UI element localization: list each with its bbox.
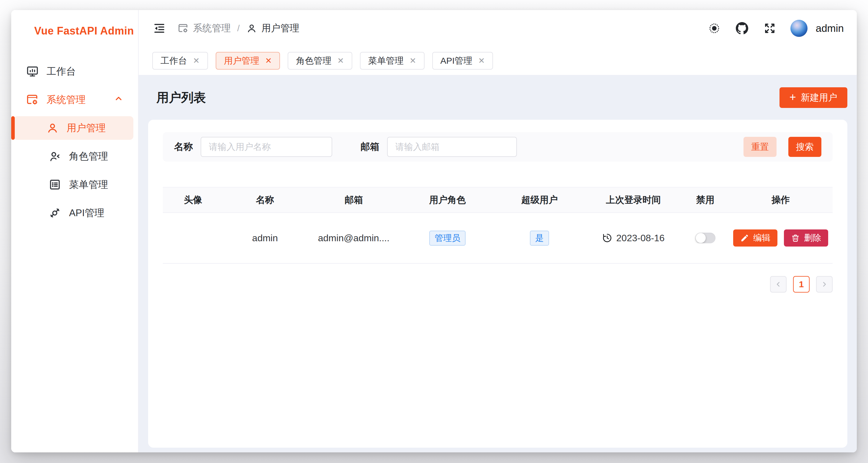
chevron-up-icon[interactable] xyxy=(114,94,123,106)
table-header-email: 邮箱 xyxy=(307,194,401,206)
toggle-knob xyxy=(696,233,706,243)
chevron-left-icon xyxy=(774,280,782,288)
role-icon xyxy=(49,150,61,163)
fullscreen-button[interactable] xyxy=(763,21,777,35)
tab-close-icon[interactable]: ✕ xyxy=(409,57,416,65)
tab-label: 角色管理 xyxy=(296,55,331,67)
breadcrumb-label: 系统管理 xyxy=(193,22,231,35)
sidebar-item-api-management[interactable]: API管理 xyxy=(16,201,133,225)
next-page-button[interactable] xyxy=(816,276,833,293)
system-settings-icon xyxy=(26,93,39,106)
current-page-button[interactable]: 1 xyxy=(793,276,810,293)
prev-page-button[interactable] xyxy=(770,276,786,293)
sidebar-item-label: 工作台 xyxy=(46,65,76,78)
cell-name: admin xyxy=(223,233,307,243)
menu-list-icon xyxy=(49,178,61,191)
table-header-name: 名称 xyxy=(223,194,307,206)
tab-close-icon[interactable]: ✕ xyxy=(337,57,344,65)
email-filter-input[interactable] xyxy=(387,137,517,157)
user-icon xyxy=(46,122,59,134)
email-filter-label: 邮箱 xyxy=(361,140,379,153)
name-filter-input[interactable] xyxy=(200,137,332,157)
logo-row[interactable]: Vue FastAPI Admin xyxy=(11,10,138,49)
sidebar-item-label: 系统管理 xyxy=(46,93,86,106)
expand-icon xyxy=(764,22,776,34)
sidebar-item-user-management[interactable]: 用户管理 xyxy=(13,116,133,140)
delete-button-label: 删除 xyxy=(804,232,821,244)
new-user-button[interactable]: + 新建用户 xyxy=(779,87,847,108)
tab-user-management[interactable]: 用户管理 ✕ xyxy=(216,52,280,70)
page-title: 用户列表 xyxy=(156,89,206,106)
tab-label: 用户管理 xyxy=(224,55,259,67)
new-user-button-label: 新建用户 xyxy=(801,91,837,104)
collapse-sidebar-button[interactable] xyxy=(152,21,166,35)
cell-role: 管理员 xyxy=(401,231,494,246)
table-header-superuser: 超级用户 xyxy=(494,194,585,206)
table-header-row: 头像 名称 邮箱 用户角色 超级用户 上次登录时间 禁用 操作 xyxy=(163,187,833,213)
search-button[interactable]: 搜索 xyxy=(788,137,822,157)
tab-close-icon[interactable]: ✕ xyxy=(265,57,272,65)
title-row: 用户列表 + 新建用户 xyxy=(148,75,847,120)
chevron-right-icon xyxy=(820,280,828,288)
cell-actions: 编辑 删除 xyxy=(729,229,833,246)
pagination: 1 xyxy=(163,276,833,293)
sun-icon xyxy=(708,22,720,34)
cell-disabled xyxy=(682,233,729,243)
avatar[interactable] xyxy=(790,20,808,37)
users-table: 头像 名称 邮箱 用户角色 超级用户 上次登录时间 禁用 操作 admin ad… xyxy=(163,187,833,264)
edit-button[interactable]: 编辑 xyxy=(733,229,777,246)
superuser-tag: 是 xyxy=(530,231,549,246)
cell-email: admin@admin.... xyxy=(307,233,401,243)
workbench-icon xyxy=(26,65,39,78)
plus-icon: + xyxy=(789,91,796,103)
breadcrumb-item-users[interactable]: 用户管理 xyxy=(246,22,299,35)
table-header-role: 用户角色 xyxy=(401,194,494,206)
tab-workbench[interactable]: 工作台 ✕ xyxy=(152,52,208,70)
sidebar-menu: 工作台 系统管理 用户管理 xyxy=(11,57,138,227)
theme-toggle-button[interactable] xyxy=(707,21,721,35)
app-title: Vue FastAPI Admin xyxy=(34,25,134,37)
github-button[interactable] xyxy=(735,21,749,35)
header: 系统管理 / 用户管理 xyxy=(139,10,857,46)
username[interactable]: admin xyxy=(816,23,844,34)
cell-last-login: 2023-08-16 xyxy=(585,233,682,243)
sidebar-item-label: 角色管理 xyxy=(69,150,108,163)
header-actions: admin xyxy=(707,20,844,37)
tab-label: 工作台 xyxy=(160,55,187,67)
tab-menu-management[interactable]: 菜单管理 ✕ xyxy=(360,52,425,70)
cell-superuser: 是 xyxy=(494,231,585,246)
github-icon xyxy=(736,22,748,34)
breadcrumb-item-system[interactable]: 系统管理 xyxy=(178,22,231,35)
tab-api-management[interactable]: API管理 ✕ xyxy=(432,52,493,70)
last-login-value: 2023-08-16 xyxy=(616,233,665,243)
tab-label: API管理 xyxy=(440,55,472,67)
reset-button[interactable]: 重置 xyxy=(743,137,777,157)
disable-toggle[interactable] xyxy=(695,233,715,243)
trash-icon xyxy=(791,234,800,242)
sidebar-item-label: API管理 xyxy=(69,206,104,220)
delete-button[interactable]: 删除 xyxy=(784,229,828,246)
system-settings-icon xyxy=(178,23,189,34)
tab-close-icon[interactable]: ✕ xyxy=(478,57,485,65)
breadcrumb: 系统管理 / 用户管理 xyxy=(178,22,299,35)
table-header-actions: 操作 xyxy=(729,194,833,206)
table-header-last-login: 上次登录时间 xyxy=(585,194,682,206)
edit-button-label: 编辑 xyxy=(753,232,770,244)
email-filter-group: 邮箱 xyxy=(361,137,517,157)
users-card: 名称 邮箱 重置 搜索 头像 名称 邮箱 xyxy=(148,120,847,448)
table-row: admin admin@admin.... 管理员 是 xyxy=(163,213,833,264)
main-area: 系统管理 / 用户管理 xyxy=(139,10,857,452)
collapse-sidebar-icon xyxy=(153,22,165,34)
user-icon xyxy=(246,23,257,34)
sidebar-item-menu-management[interactable]: 菜单管理 xyxy=(16,173,133,196)
filter-actions: 重置 搜索 xyxy=(743,137,822,157)
sidebar: Vue FastAPI Admin 工作台 系统管理 xyxy=(11,10,139,452)
tab-close-icon[interactable]: ✕ xyxy=(193,57,200,65)
sidebar-item-role-management[interactable]: 角色管理 xyxy=(16,144,133,168)
breadcrumb-label: 用户管理 xyxy=(261,22,299,35)
tab-role-management[interactable]: 角色管理 ✕ xyxy=(288,52,352,70)
role-tag: 管理员 xyxy=(429,231,466,246)
sidebar-item-system-management[interactable]: 系统管理 xyxy=(16,88,133,111)
sidebar-item-workbench[interactable]: 工作台 xyxy=(16,60,133,83)
name-filter-label: 名称 xyxy=(174,140,193,153)
